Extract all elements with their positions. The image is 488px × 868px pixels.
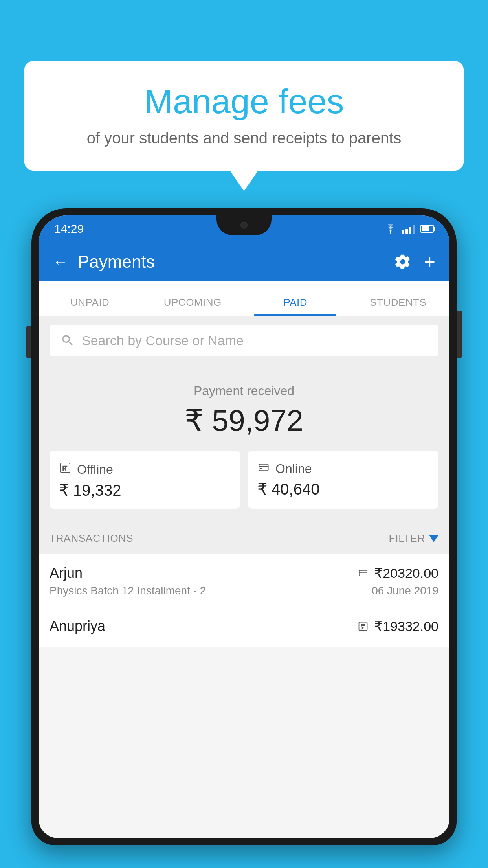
transaction-amount-row: ₹20320.00 bbox=[358, 565, 438, 581]
svg-rect-4 bbox=[359, 570, 367, 576]
phone-outer: 14:29 bbox=[31, 208, 457, 845]
status-icons bbox=[385, 224, 434, 234]
offline-amount: ₹ 19,332 bbox=[59, 481, 231, 499]
transactions-header: TRANSACTIONS FILTER bbox=[39, 523, 449, 554]
search-bar[interactable]: Search by Course or Name bbox=[50, 325, 438, 356]
camera-dot bbox=[240, 222, 248, 229]
transaction-name: Anupriya bbox=[50, 618, 105, 634]
transaction-row-bottom: Physics Batch 12 Installment - 2 06 June… bbox=[50, 585, 438, 597]
transaction-item[interactable]: Arjun ₹20320.00 Physics Batch 12 Install… bbox=[39, 554, 449, 607]
transaction-row-top: Anupriya ₹19332.00 bbox=[50, 618, 438, 634]
settings-icon[interactable] bbox=[394, 253, 411, 270]
tab-upcoming[interactable]: UPCOMING bbox=[141, 296, 244, 316]
svg-rect-3 bbox=[260, 468, 262, 469]
signal-icon bbox=[402, 224, 415, 234]
battery-icon bbox=[420, 225, 434, 233]
add-button[interactable]: + bbox=[424, 252, 435, 272]
tab-students[interactable]: STUDENTS bbox=[347, 296, 450, 316]
payment-type-icon bbox=[358, 621, 369, 632]
filter-button[interactable]: FILTER bbox=[389, 532, 438, 544]
battery-fill bbox=[422, 226, 429, 231]
offline-icon bbox=[59, 462, 72, 477]
bubble-title: Manage fees bbox=[52, 83, 436, 121]
filter-label: FILTER bbox=[389, 532, 425, 544]
offline-payment-card: Offline ₹ 19,332 bbox=[50, 451, 240, 509]
header-left: ← Payments bbox=[53, 252, 155, 272]
online-amount: ₹ 40,640 bbox=[257, 480, 429, 498]
transaction-amount: ₹20320.00 bbox=[374, 565, 438, 581]
search-icon bbox=[61, 333, 75, 348]
transaction-date: 06 June 2019 bbox=[372, 585, 438, 597]
speech-bubble: Manage fees of your students and send re… bbox=[24, 61, 464, 171]
transaction-list: Arjun ₹20320.00 Physics Batch 12 Install… bbox=[39, 554, 449, 647]
status-time: 14:29 bbox=[54, 222, 84, 235]
payment-type-icon bbox=[358, 568, 369, 578]
phone-wrapper: 14:29 bbox=[31, 208, 457, 868]
tabs-bar: UNPAID UPCOMING PAID STUDENTS bbox=[39, 281, 449, 316]
online-payment-card: Online ₹ 40,640 bbox=[248, 451, 438, 509]
search-container: Search by Course or Name bbox=[39, 316, 449, 365]
online-card-header: Online bbox=[257, 462, 429, 476]
speech-bubble-container: Manage fees of your students and send re… bbox=[24, 61, 464, 171]
payment-received-section: Payment received ₹ 59,972 bbox=[39, 365, 449, 523]
payment-received-amount: ₹ 59,972 bbox=[50, 403, 438, 438]
transaction-name: Arjun bbox=[50, 565, 83, 581]
search-placeholder: Search by Course or Name bbox=[82, 333, 244, 348]
online-icon bbox=[257, 462, 270, 476]
payment-received-label: Payment received bbox=[50, 384, 438, 398]
status-bar: 14:29 bbox=[39, 215, 449, 242]
wifi-icon bbox=[385, 224, 396, 234]
svg-rect-2 bbox=[259, 464, 268, 471]
filter-icon bbox=[429, 535, 438, 542]
payment-cards: Offline ₹ 19,332 bbox=[50, 451, 438, 509]
page-title: Payments bbox=[78, 252, 155, 272]
notch bbox=[216, 215, 272, 235]
offline-card-header: Offline bbox=[59, 462, 231, 477]
transactions-label: TRANSACTIONS bbox=[50, 532, 133, 544]
online-type: Online bbox=[275, 462, 312, 476]
transaction-course: Physics Batch 12 Installment - 2 bbox=[50, 585, 206, 597]
transaction-item[interactable]: Anupriya ₹19332.00 bbox=[39, 607, 449, 647]
svg-point-0 bbox=[390, 232, 391, 234]
header-right: + bbox=[394, 252, 435, 272]
tab-unpaid[interactable]: UNPAID bbox=[39, 296, 141, 316]
tab-paid[interactable]: PAID bbox=[244, 296, 347, 316]
transaction-amount: ₹19332.00 bbox=[374, 618, 438, 634]
offline-type: Offline bbox=[77, 462, 113, 477]
transaction-row-top: Arjun ₹20320.00 bbox=[50, 565, 438, 581]
back-button[interactable]: ← bbox=[53, 254, 68, 270]
svg-rect-5 bbox=[359, 622, 367, 631]
phone-screen: 14:29 bbox=[39, 215, 449, 838]
app-header: ← Payments + bbox=[39, 242, 449, 281]
transaction-amount-row: ₹19332.00 bbox=[358, 618, 438, 634]
bubble-subtitle: of your students and send receipts to pa… bbox=[52, 129, 436, 147]
